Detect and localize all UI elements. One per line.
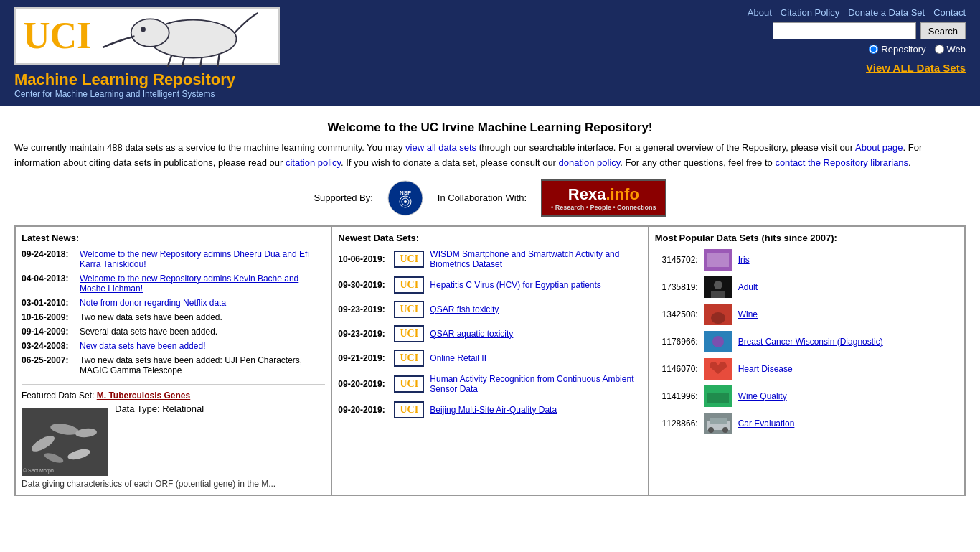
- svg-point-34: [708, 427, 714, 433]
- iris-thumbnail: [704, 249, 732, 271]
- list-item: 1176966: Breast Cancer Wisconsin (Diagno…: [655, 331, 958, 352]
- latest-news-header: Latest News:: [22, 233, 325, 243]
- search-row: Search: [773, 22, 966, 39]
- uci-logo-text: UCI: [23, 17, 91, 55]
- donation-policy-link[interactable]: donation policy: [559, 157, 621, 168]
- svg-point-6: [142, 28, 146, 32]
- in-collab-label: In Collaboration With:: [438, 192, 527, 203]
- svg-line-3: [182, 57, 185, 67]
- list-item: 09-20-2019: UCI Beijing Multi-Site Air-Q…: [338, 401, 641, 418]
- search-input[interactable]: [773, 22, 916, 39]
- featured-image: © Sect Morph: [22, 408, 108, 476]
- svg-point-1: [131, 19, 169, 47]
- wine-link[interactable]: Wine: [738, 309, 758, 319]
- list-item: 03-01-2010: Note from donor regarding Ne…: [22, 298, 325, 308]
- anteater-icon: [98, 0, 271, 71]
- wine-thumbnail: [704, 304, 732, 325]
- featured-set: Featured Data Set: M. Tuberculosis Genes: [22, 384, 325, 489]
- heart-disease-link[interactable]: Heart Disease: [738, 364, 793, 374]
- svg-point-25: [711, 312, 725, 324]
- svg-rect-23: [711, 291, 725, 298]
- supported-by-label: Supported By:: [314, 192, 372, 203]
- wine-quality-thumbnail: [704, 385, 732, 407]
- main-content: Welcome to the UC Irvine Machine Learnin…: [0, 106, 980, 503]
- dataset-link[interactable]: QSAR fish toxicity: [430, 304, 499, 314]
- news-link[interactable]: New data sets have been added!: [80, 341, 205, 351]
- rexa-logo: Rexa.info • Research • People • Connecti…: [541, 179, 666, 217]
- wine-quality-link[interactable]: Wine Quality: [738, 391, 787, 401]
- newest-datasets-col: Newest Data Sets: 10-06-2019: UCI WISDM …: [331, 226, 648, 495]
- radio-repository[interactable]: Repository: [869, 44, 925, 55]
- latest-news-col: Latest News: 09-24-2018: Welcome to the …: [15, 226, 331, 495]
- about-page-link[interactable]: About page: [855, 142, 903, 153]
- svg-rect-30: [707, 393, 729, 403]
- donate-link[interactable]: Donate a Data Set: [848, 7, 925, 18]
- iris-link[interactable]: Iris: [738, 255, 750, 265]
- news-link[interactable]: Welcome to the new Repository admins Kev…: [80, 273, 325, 294]
- breast-cancer-link[interactable]: Breast Cancer Wisconsin (Diagnostic): [738, 337, 883, 347]
- welcome-title: Welcome to the UC Irvine Machine Learnin…: [14, 121, 966, 135]
- about-link[interactable]: About: [748, 7, 772, 18]
- dataset-link[interactable]: QSAR aquatic toxicity: [430, 329, 513, 339]
- dataset-link[interactable]: WISDM Smartphone and Smartwatch Activity…: [430, 249, 641, 269]
- svg-line-4: [200, 57, 202, 67]
- view-all-datasets-inline-link[interactable]: view all data sets: [405, 142, 476, 153]
- svg-rect-20: [707, 253, 729, 267]
- uci-badge: UCI: [394, 301, 424, 318]
- intro-text: We currently maintain 488 data sets as a…: [14, 141, 966, 171]
- list-item: 09-23-2019: UCI QSAR fish toxicity: [338, 301, 641, 318]
- page-header: UCI: [0, 0, 980, 106]
- uci-badge: UCI: [394, 325, 424, 342]
- news-link[interactable]: Note from donor regarding Netflix data: [80, 298, 226, 308]
- search-button[interactable]: Search: [920, 22, 966, 39]
- dataset-link[interactable]: Online Retail II: [430, 353, 486, 363]
- list-item: 10-16-2009: Two new data sets have been …: [22, 312, 325, 322]
- logo-area: UCI: [14, 7, 280, 99]
- uci-badge: UCI: [394, 276, 424, 294]
- heart-disease-thumbnail: [704, 358, 732, 380]
- svg-point-11: [404, 200, 407, 203]
- list-item: 04-04-2013: Welcome to the new Repositor…: [22, 273, 325, 294]
- list-item: 03-24-2008: New data sets have been adde…: [22, 341, 325, 351]
- featured-desc: Data giving characteristics of each ORF …: [22, 479, 325, 489]
- repo-subtitle-link[interactable]: Center for Machine Learning and Intellig…: [14, 89, 280, 99]
- list-item: 1342508: Wine: [655, 304, 958, 325]
- list-item: 1146070: Heart Disease: [655, 358, 958, 380]
- list-item: 06-25-2007: Two new data sets have been …: [22, 355, 325, 375]
- repo-title: Machine Learning Repository: [14, 70, 280, 89]
- svg-line-2: [168, 55, 172, 67]
- header-right: About Citation Policy Donate a Data Set …: [748, 7, 966, 74]
- svg-rect-33: [710, 418, 727, 424]
- view-all-datasets-link[interactable]: View ALL Data Sets: [866, 62, 966, 74]
- dataset-link[interactable]: Hepatitis C Virus (HCV) for Egyptian pat…: [430, 280, 601, 290]
- citation-policy-link[interactable]: Citation Policy: [781, 7, 839, 18]
- featured-dataset-link[interactable]: M. Tuberculosis Genes: [97, 390, 190, 401]
- adult-thumbnail: [704, 276, 732, 298]
- uci-badge: UCI: [394, 401, 424, 418]
- list-item: 09-14-2009: Several data sets have been …: [22, 327, 325, 337]
- dataset-link[interactable]: Beijing Multi-Site Air-Quality Data: [430, 405, 557, 415]
- list-item: 09-21-2019: UCI Online Retail II: [338, 350, 641, 367]
- top-nav: About Citation Policy Donate a Data Set …: [748, 7, 966, 18]
- featured-dtype: Data Type: Relational: [115, 403, 204, 414]
- svg-point-27: [712, 336, 724, 347]
- list-item: 10-06-2019: UCI WISDM Smartphone and Sma…: [338, 249, 641, 269]
- featured-content: © Sect Morph Data Type: Relational: [22, 403, 325, 476]
- radio-web[interactable]: Web: [935, 44, 966, 55]
- list-item: 09-20-2019: UCI Human Activity Recogniti…: [338, 374, 641, 394]
- news-link[interactable]: Welcome to the new Repository admins Dhe…: [80, 249, 325, 269]
- contact-librarians-link[interactable]: contact the Repository librarians: [775, 157, 908, 168]
- svg-point-35: [722, 427, 728, 433]
- contact-link[interactable]: Contact: [933, 7, 966, 18]
- svg-text:NSF: NSF: [400, 190, 411, 196]
- citation-policy-inline-link[interactable]: citation policy: [286, 157, 341, 168]
- list-item: 1735819: Adult: [655, 276, 958, 298]
- adult-link[interactable]: Adult: [738, 282, 758, 292]
- dataset-link[interactable]: Human Activity Recognition from Continuo…: [430, 374, 641, 394]
- list-item: 09-24-2018: Welcome to the new Repositor…: [22, 249, 325, 269]
- newest-datasets-header: Newest Data Sets:: [338, 233, 641, 243]
- list-item: 1128866: Car Evaluation: [655, 413, 958, 434]
- car-evaluation-link[interactable]: Car Evaluation: [738, 418, 795, 429]
- svg-line-5: [217, 55, 219, 67]
- supported-row: Supported By: NSF In Collaboration With:…: [14, 179, 966, 217]
